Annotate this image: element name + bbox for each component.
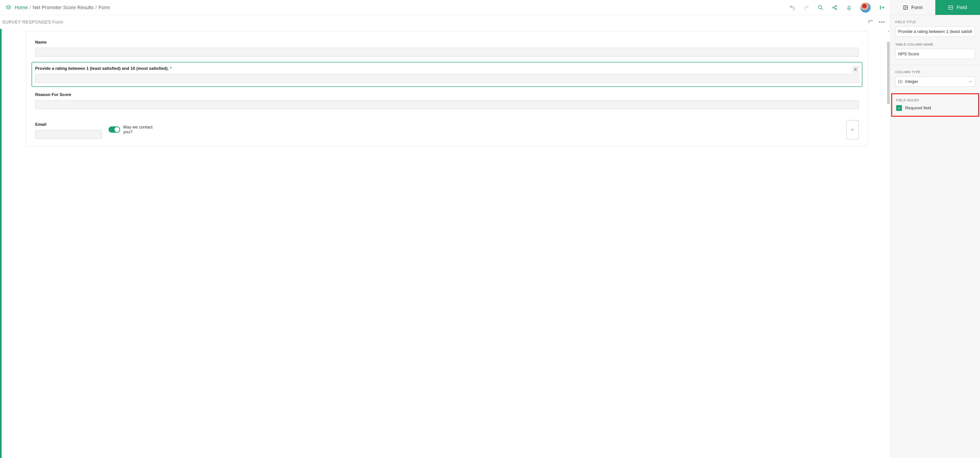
form-field-reason[interactable]: Reason For Score bbox=[35, 92, 859, 109]
field-label: Reason For Score bbox=[35, 92, 859, 97]
field-tab-icon bbox=[948, 5, 953, 10]
form-tab-icon bbox=[903, 5, 908, 10]
column-type-select[interactable]: [1] Integer bbox=[895, 76, 975, 87]
close-icon[interactable] bbox=[852, 66, 859, 73]
breadcrumb-sep: / bbox=[95, 5, 97, 10]
email-input[interactable] bbox=[35, 130, 102, 139]
share-icon[interactable] bbox=[832, 5, 838, 10]
required-star: * bbox=[169, 66, 172, 71]
name-input[interactable] bbox=[35, 48, 859, 57]
more-menu-icon[interactable]: ••• bbox=[876, 19, 888, 25]
panel-tabs: Form Field bbox=[890, 0, 980, 15]
field-label: Provide a rating between 1 (least satisf… bbox=[35, 66, 850, 71]
column-type-label: COLUMN TYPE bbox=[895, 70, 975, 74]
required-checkbox[interactable] bbox=[896, 105, 902, 111]
undo-icon[interactable] bbox=[789, 5, 795, 10]
form-field-email[interactable]: Email bbox=[35, 116, 102, 139]
avatar[interactable] bbox=[861, 2, 870, 13]
breadcrumb: Home / Net Promoter Score Results / Form bbox=[15, 5, 789, 10]
field-label: Email bbox=[35, 122, 102, 127]
toggle-label: May we contact you? bbox=[123, 125, 161, 135]
scrollbar[interactable] bbox=[887, 31, 890, 456]
form-field-rating-selected[interactable]: Provide a rating between 1 (least satisf… bbox=[32, 62, 862, 87]
search-icon[interactable] bbox=[818, 5, 823, 10]
breadcrumb-sep: / bbox=[30, 5, 31, 10]
form-scroll-area[interactable]: Name Provide a rating between 1 (least s… bbox=[2, 29, 890, 458]
breadcrumb-last: Form bbox=[99, 5, 110, 10]
breadcrumb-home[interactable]: Home bbox=[15, 5, 28, 10]
field-rules-label: FIELD RULES bbox=[896, 98, 974, 102]
form-field-contact[interactable]: May we contact you? bbox=[108, 116, 840, 135]
top-bar: Home / Net Promoter Score Results / Form bbox=[0, 0, 890, 15]
type-value: Integer bbox=[905, 79, 918, 84]
tab-field[interactable]: Field bbox=[935, 0, 980, 15]
contact-toggle[interactable] bbox=[108, 127, 120, 133]
app-logo-icon bbox=[5, 5, 11, 11]
form-field-name[interactable]: Name bbox=[35, 40, 859, 57]
topbar-actions bbox=[789, 2, 885, 13]
column-name-label: TABLE COLUMN NAME bbox=[895, 43, 975, 46]
field-title-label: FIELD TITLE bbox=[895, 20, 975, 24]
scrollbar-thumb[interactable] bbox=[887, 42, 890, 104]
right-panel: Form Field FIELD TITLE TABLE COLUMN NAME… bbox=[890, 0, 980, 458]
field-rules-highlight: FIELD RULES Required field bbox=[891, 94, 979, 117]
bell-icon[interactable] bbox=[846, 5, 852, 10]
page-title: SURVEY RESPONSES Form bbox=[2, 19, 865, 25]
selection-indicator bbox=[0, 29, 2, 458]
rating-input[interactable] bbox=[35, 74, 859, 83]
chevron-down-icon bbox=[969, 80, 972, 83]
form-canvas: Name Provide a rating between 1 (least s… bbox=[0, 29, 890, 458]
svg-point-0 bbox=[818, 5, 822, 9]
add-field-dropzone[interactable] bbox=[846, 120, 859, 139]
field-label: Name bbox=[35, 40, 859, 45]
column-name-input[interactable] bbox=[895, 49, 975, 59]
field-title-input[interactable] bbox=[895, 27, 975, 36]
type-badge: [1] bbox=[898, 79, 902, 84]
filter-icon[interactable] bbox=[868, 19, 873, 25]
required-label: Required field bbox=[905, 106, 931, 111]
svg-rect-4 bbox=[880, 6, 881, 10]
required-field-row[interactable]: Required field bbox=[896, 105, 974, 111]
form-bottom-row: Email May we contact you? bbox=[35, 116, 859, 139]
panel-body: FIELD TITLE TABLE COLUMN NAME COLUMN TYP… bbox=[890, 15, 980, 117]
reason-input[interactable] bbox=[35, 100, 859, 109]
redo-icon[interactable] bbox=[803, 5, 809, 10]
exit-icon[interactable] bbox=[879, 5, 885, 10]
breadcrumb-mid[interactable]: Net Promoter Score Results bbox=[33, 5, 94, 10]
form-card: Name Provide a rating between 1 (least s… bbox=[26, 31, 868, 146]
tab-form[interactable]: Form bbox=[890, 0, 935, 15]
sub-header: SURVEY RESPONSES Form ••• bbox=[0, 15, 890, 29]
